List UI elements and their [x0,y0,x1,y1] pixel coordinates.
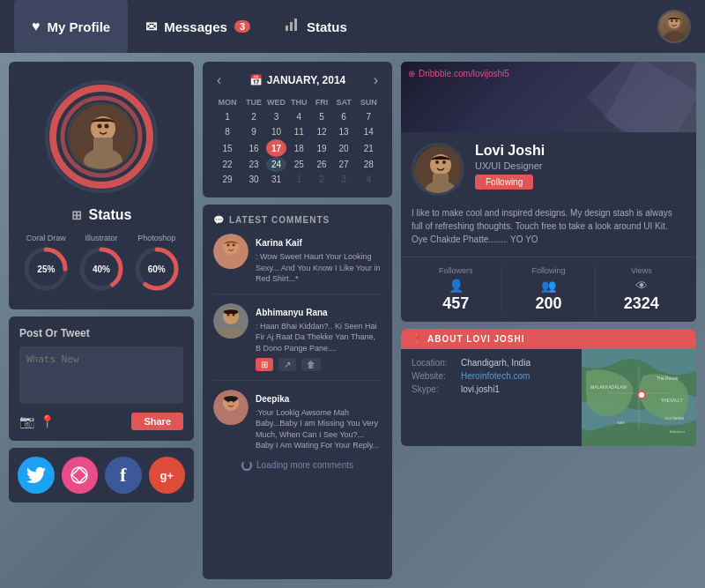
cal-day-sun: SUN [356,95,382,109]
nav-messages-label: Messages [164,19,227,34]
calendar-day[interactable]: 3 [332,172,356,187]
calendar-day[interactable]: 18 [286,139,312,157]
about-body: Location: Chandigarh, India Website: Her… [401,349,696,446]
svg-point-15 [105,124,109,129]
calendar-day[interactable]: 21 [356,139,382,157]
cal-day-tue: TUE [241,95,266,109]
comment-reply-button[interactable]: ⊞ [256,358,273,371]
calendar-icon: 📅 [249,74,263,86]
svg-text:NAM: NAM [617,421,625,425]
calendar-day[interactable]: 6 [332,109,356,124]
comments-title: 💬 LATEST COMMENTS [213,215,382,225]
about-card: 📍 ABOUT LOVI JOSHI Location: Chandigarh,… [401,329,696,446]
followers-icon: 👤 [410,279,501,293]
about-info: Location: Chandigarh, India Website: Her… [401,349,582,446]
calendar-day[interactable]: 20 [332,139,356,157]
about-website-link[interactable]: Heroinfotech.com [461,371,530,381]
calendar-day[interactable]: 24 [266,157,286,172]
profile-avatar [67,102,136,171]
comment-delete-button[interactable]: 🗑 [301,358,321,371]
comment-share-button[interactable]: ↗ [278,358,296,371]
calendar-day[interactable]: 8 [213,124,241,139]
calendar-day[interactable]: 23 [241,157,266,172]
facebook-button[interactable]: f [105,457,142,494]
calendar-day[interactable]: 28 [356,157,382,172]
calendar-day[interactable]: 3 [266,109,286,124]
stat-circle-photoshop: 60% [134,246,180,292]
calendar-day[interactable]: 12 [312,124,332,139]
nav-avatar-image [659,11,689,41]
calendar-day[interactable]: 27 [332,157,356,172]
loading-spinner [241,460,252,471]
comment-avatar-2 [213,303,249,339]
location-button[interactable]: 📍 [40,414,55,428]
calendar-day[interactable]: 25 [286,157,312,172]
calendar-day[interactable]: 9 [241,124,266,139]
calendar-day[interactable]: 2 [241,109,266,124]
follow-button[interactable]: Following [475,175,533,190]
camera-button[interactable]: 📷 [19,414,34,428]
calendar-day[interactable]: 17 [266,139,286,157]
post-card: Post Or Tweet 📷 📍 Share [9,316,194,441]
person-stats-bar: Followers 👤 457 Following 👥 200 Views 👁 … [401,257,696,322]
calendar-day[interactable]: 30 [241,172,266,187]
calendar-day[interactable]: 1 [286,172,312,187]
svg-point-14 [98,124,102,129]
nav-messages[interactable]: ✉ Messages 3 [128,0,268,53]
calendar-day[interactable]: 1 [213,109,241,124]
calendar-day[interactable]: 10 [266,124,286,139]
calendar-day[interactable]: 15 [213,139,241,157]
svg-point-29 [233,244,235,247]
gplus-button[interactable]: g+ [149,457,186,494]
calendar-day[interactable]: 22 [213,157,241,172]
post-textarea[interactable] [19,346,183,404]
stat-circle-coral-draw: 25% [23,246,69,292]
calendar-day[interactable]: 5 [312,109,332,124]
comment-content-1: Karina Kaif : Wow Sweet Haurt Your Looki… [256,234,382,285]
svg-text:MALAKKADALAM: MALAKKADALAM [590,384,627,390]
share-button[interactable]: Share [131,413,183,430]
dribbble-icon [70,466,88,484]
profile-bio: I like to make cool and inspired designs… [401,206,696,257]
dribbble-button[interactable] [62,457,99,494]
cal-day-sat: SAT [332,95,356,109]
profile-card: ⊞ Status Coral Draw 25% [9,62,194,309]
calendar-day[interactable]: 16 [241,139,266,157]
views-icon: 👁 [596,279,687,293]
calendar-day[interactable]: 7 [356,109,382,124]
calendar-day[interactable]: 2 [312,172,332,187]
calendar-day[interactable]: 13 [332,124,356,139]
dribbble-link[interactable]: ⊕ Dribbble.com/lovijoshi5 [408,69,509,78]
calendar-grid: MON TUE WED THU FRI SAT SUN 123456789101… [213,95,382,187]
nav-user-avatar[interactable] [657,10,691,43]
svg-point-24 [71,467,87,483]
calendar-day[interactable]: 31 [266,172,286,187]
stat-photoshop: Photoshop 60% [132,234,181,292]
post-title: Post Or Tweet [19,327,183,339]
calendar-prev-button[interactable]: ‹ [213,72,225,88]
calendar-day[interactable]: 29 [213,172,241,187]
twitter-button[interactable] [18,457,55,494]
svg-text:Adimanur: Adimanur [670,429,686,434]
dribbble-icon-small: ⊕ [408,69,415,78]
stat-views: Views 👁 2324 [596,266,687,313]
nav-my-profile[interactable]: ♥ My Profile [14,0,128,53]
calendar-next-button[interactable]: › [370,72,382,88]
calendar-day[interactable]: 26 [312,157,332,172]
comment-avatar-3 [213,390,249,425]
about-website-row: Website: Heroinfotech.com [412,371,571,381]
about-skype-row: Skype: lovi.joshi1 [412,384,571,394]
nav-status-label: Status [307,19,347,34]
calendar-day[interactable]: 11 [286,124,312,139]
calendar-day[interactable]: 14 [356,124,382,139]
nav-status[interactable]: Status [268,0,365,53]
comment-actions-2: ⊞ ↗ 🗑 [256,358,382,371]
cal-day-thu: THU [286,95,312,109]
calendar-day[interactable]: 4 [286,109,312,124]
following-icon: 👥 [502,279,594,293]
svg-rect-0 [286,26,288,31]
comment-item-1: Karina Kaif : Wow Sweet Haurt Your Looki… [213,234,382,294]
calendar-day[interactable]: 4 [356,172,382,187]
calendar-day[interactable]: 19 [312,139,332,157]
cal-day-fri: FRI [312,95,332,109]
